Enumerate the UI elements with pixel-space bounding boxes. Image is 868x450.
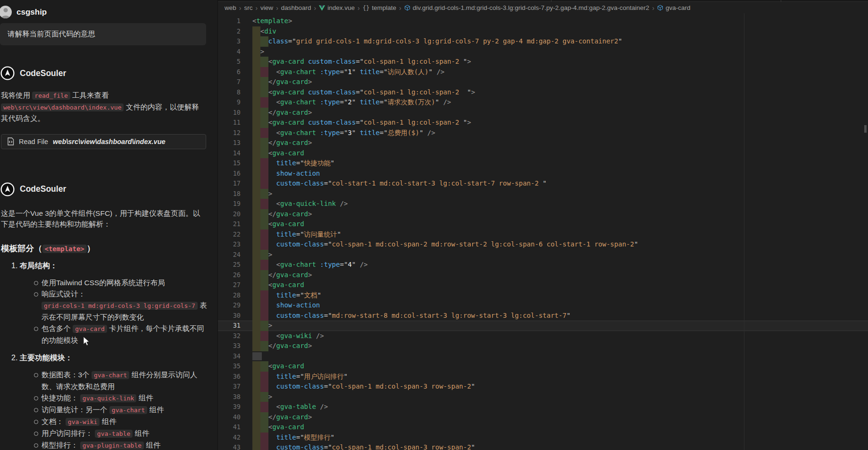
code-line[interactable]: 1<template> — [218, 16, 868, 26]
inline-code: gva-table — [95, 430, 133, 438]
code-line[interactable]: 2<div — [218, 26, 868, 37]
code-line[interactable]: 41<gva-card — [218, 422, 868, 433]
list-item: 模型排行： gva-plugin-table 组件 — [1, 440, 212, 450]
code-line[interactable]: 8<gva-card custom-class="col-span-1 lg:c… — [218, 87, 868, 98]
code-line[interactable]: 14<gva-card — [218, 148, 868, 159]
code-line[interactable]: 10</gva-card> — [218, 108, 868, 118]
line-number: 35 — [218, 361, 241, 372]
code-line[interactable]: 28title="文档" — [218, 290, 868, 301]
line-number: 22 — [218, 229, 241, 240]
inline-code: read_file — [32, 92, 70, 100]
assistant-name: CodeSouler — [20, 184, 66, 194]
breadcrumb-item[interactable]: web — [225, 4, 236, 11]
inline-code: gva-wiki — [66, 418, 100, 426]
user-message: 请解释当前页面代码的意思 — [0, 23, 206, 45]
breadcrumb-item[interactable]: src — [244, 4, 252, 11]
user-name: csgship — [17, 8, 47, 17]
line-number: 3 — [218, 36, 241, 47]
code-line[interactable]: 13</gva-card> — [218, 138, 868, 148]
inline-code: gva-quick-link — [80, 394, 137, 402]
code-line[interactable]: 7</gva-card> — [218, 77, 868, 87]
code-line[interactable]: 31> — [218, 321, 868, 331]
line-number: 15 — [218, 158, 241, 169]
app-window: csgship 请解释当前页面代码的意思 CodeSouler 我将使用 rea… — [0, 0, 868, 450]
code-line[interactable]: 29show-action — [218, 300, 868, 311]
inline-code: <template> — [42, 245, 87, 253]
code-line[interactable]: 37custom-class="col-span-1 md:col-span-3… — [218, 382, 868, 392]
read-file-label: Read File — [19, 138, 48, 145]
line-number: 6 — [218, 67, 241, 77]
code-line[interactable]: 40</gva-card> — [218, 412, 868, 423]
line-number: 31 — [218, 321, 241, 331]
code-line[interactable]: 11<gva-card custom-class="col-span-1 lg:… — [218, 118, 868, 128]
breadcrumb-separator: › — [255, 4, 258, 12]
breadcrumb-separator: › — [276, 4, 278, 12]
code-line[interactable]: 17custom-class="col-start-1 md:col-start… — [218, 178, 868, 189]
code-line[interactable]: 15title="快捷功能" — [218, 158, 868, 169]
code-line[interactable]: 4> — [218, 47, 868, 57]
inline-code: grid-cols-1 md:grid-cols-3 lg:grid-cols-… — [42, 302, 198, 310]
code-line[interactable]: 27<gva-card — [218, 280, 868, 290]
line-number: 33 — [218, 341, 241, 351]
line-number: 14 — [218, 148, 241, 159]
line-number: 8 — [218, 87, 241, 98]
code-line[interactable]: 38> — [218, 392, 868, 402]
breadcrumb-item[interactable]: div.grid.grid-cols-1.md:grid-cols-3.lg:g… — [404, 4, 650, 11]
breadcrumb-item[interactable]: dashboard — [281, 4, 311, 11]
breadcrumb-separator: › — [652, 4, 654, 12]
codesouler-logo-icon — [0, 182, 15, 196]
read-file-row[interactable]: Read File web\src\view\dashboard\index.v… — [1, 134, 206, 149]
code-line[interactable]: 36title="用户访问排行" — [218, 372, 868, 382]
code-line[interactable]: 6<gva-chart :type="1" title="访问人数(人)" /> — [218, 67, 868, 77]
code-line[interactable]: 30custom-class="md:row-start-8 md:col-st… — [218, 311, 868, 321]
code-area[interactable]: 1<template>2<div3class="grid grid-cols-1… — [218, 13, 868, 450]
code-line[interactable]: 43custom-class="col-span-1 md:col-span-3… — [218, 442, 868, 450]
breadcrumb-item[interactable]: {}template — [363, 4, 396, 11]
breadcrumb-item[interactable]: gva-card — [657, 4, 691, 11]
code-line[interactable]: 34 — [218, 351, 868, 362]
line-number: 7 — [218, 77, 241, 87]
editor-top-border — [218, 0, 868, 2]
list-item: 包含多个 gva-card 卡片组件，每个卡片承载不同的功能模块 — [1, 323, 212, 346]
code-line[interactable]: 3class="grid grid-cols-1 md:grid-cols-3 … — [218, 36, 868, 47]
code-line[interactable]: 9<gva-chart :type="2" title="请求次数(万次)" /… — [218, 97, 868, 108]
analysis-list: 1. 布局结构：使用Tailwind CSS的网格系统进行布局响应式设计： gr… — [1, 261, 212, 450]
list-group-title: 1. 布局结构： — [11, 261, 212, 271]
line-number: 20 — [218, 209, 241, 220]
line-number: 2 — [218, 26, 241, 37]
breadcrumb-item[interactable]: view — [260, 4, 273, 11]
code-line[interactable]: 18> — [218, 189, 868, 199]
line-number: 1 — [218, 16, 241, 26]
code-line[interactable]: 24> — [218, 250, 868, 260]
line-number: 29 — [218, 300, 241, 311]
code-line[interactable]: 26</gva-card> — [218, 270, 868, 280]
code-line[interactable]: 33</gva-card> — [218, 341, 868, 351]
code-line[interactable]: 21<gva-card — [218, 219, 868, 229]
line-number: 41 — [218, 422, 241, 433]
code-line[interactable]: 35<gva-card — [218, 361, 868, 372]
breadcrumb-label: index.vue — [327, 4, 355, 11]
line-number: 19 — [218, 199, 241, 209]
code-line[interactable]: 12<gva-chart :type="3" title="总费用($)" /> — [218, 128, 868, 138]
code-line[interactable]: 23custom-class="col-span-1 md:col-span-2… — [218, 239, 868, 250]
inline-code: gva-plugin-table — [80, 442, 144, 450]
code-line[interactable]: 16show-action — [218, 169, 868, 179]
code-line[interactable]: 5<gva-card custom-class="col-span-1 lg:c… — [218, 57, 868, 67]
code-line[interactable]: 39<gva-table /> — [218, 402, 868, 412]
breadcrumb-item[interactable]: index.vue — [319, 4, 355, 11]
code-line[interactable]: 19<gva-quick-link /> — [218, 199, 868, 209]
code-line[interactable]: 42title="模型排行" — [218, 433, 868, 443]
code-line[interactable]: 22title="访问量统计" — [218, 229, 868, 240]
line-number: 9 — [218, 97, 241, 108]
breadcrumb-separator: › — [239, 4, 242, 12]
vue-icon — [319, 5, 325, 11]
code-line[interactable]: 25<gva-chart :type="4" /> — [218, 260, 868, 270]
line-number: 34 — [218, 351, 241, 362]
code-line[interactable]: 20</gva-card> — [218, 209, 868, 220]
scrollbar-thumb[interactable] — [864, 125, 867, 133]
line-number: 40 — [218, 412, 241, 423]
file-code-icon — [7, 137, 14, 145]
user-avatar — [0, 6, 12, 18]
code-line[interactable]: 32<gva-wiki /> — [218, 331, 868, 341]
line-number: 32 — [218, 331, 241, 341]
